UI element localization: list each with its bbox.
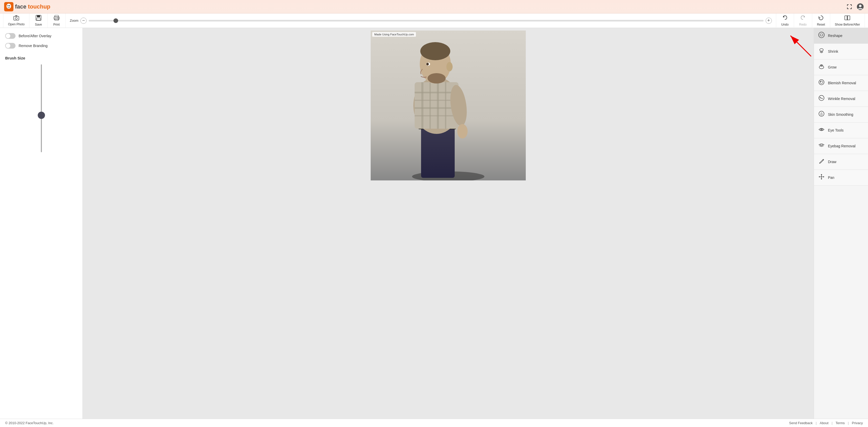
tool-pan-label: Pan	[828, 176, 834, 180]
svg-point-43	[820, 49, 823, 51]
reset-label: Reset	[817, 23, 825, 26]
logo-text-touchup: touchup	[28, 3, 51, 10]
open-photo-label: Open Photo	[8, 23, 25, 26]
tool-draw[interactable]: Draw	[814, 154, 868, 170]
svg-rect-10	[37, 15, 40, 17]
zoom-plus-button[interactable]: +	[766, 18, 772, 24]
tool-pan[interactable]: Pan	[814, 170, 868, 186]
tool-blemish-removal[interactable]: Blemish Removal	[814, 75, 868, 91]
undo-label: Undo	[781, 23, 788, 26]
show-before-after-label: Show Before/After	[835, 23, 860, 26]
svg-line-58	[823, 160, 823, 160]
svg-marker-62	[821, 174, 822, 175]
svg-rect-21	[421, 126, 455, 178]
before-after-icon	[844, 15, 850, 22]
navbar-right	[846, 3, 864, 10]
grow-icon	[818, 63, 825, 71]
user-icon	[857, 3, 864, 10]
reset-icon	[818, 15, 824, 22]
svg-line-59	[819, 163, 820, 163]
send-feedback-link[interactable]: Send Feedback	[789, 421, 813, 425]
red-arrow	[760, 28, 814, 59]
left-sidebar: Before/After Overlay Remove Branding Bru…	[0, 28, 83, 419]
save-button[interactable]: Save	[29, 13, 48, 28]
svg-point-1	[6, 4, 11, 9]
svg-point-34	[457, 124, 468, 139]
reshape-icon	[818, 32, 825, 40]
redo-button[interactable]: Redo	[794, 13, 812, 28]
print-button[interactable]: Print	[48, 13, 66, 28]
svg-point-54	[819, 111, 824, 116]
footer-copyright: © 2010-2022 FaceTouchUp, Inc.	[5, 421, 54, 425]
remove-branding-label: Remove Branding	[19, 44, 48, 48]
brush-size-label: Brush Size	[5, 56, 77, 60]
svg-point-3	[9, 5, 10, 6]
svg-marker-63	[821, 179, 822, 179]
tool-reshape[interactable]: Reshape	[814, 28, 868, 44]
pan-icon	[818, 174, 825, 182]
tool-skin-smoothing[interactable]: Skin Smoothing	[814, 107, 868, 123]
brush-slider-container	[5, 64, 77, 414]
logo[interactable]: facetouchup	[4, 2, 51, 11]
print-label: Print	[53, 23, 60, 26]
tool-shrink[interactable]: Shrink	[814, 44, 868, 59]
remove-branding-row: Remove Branding	[5, 43, 77, 49]
zoom-minus-button[interactable]: −	[81, 18, 87, 24]
svg-point-36	[420, 42, 450, 60]
show-before-after-button[interactable]: Show Before/After	[830, 13, 865, 28]
tool-wrinkle-removal-label: Wrinkle Removal	[828, 97, 855, 101]
svg-point-53	[820, 97, 821, 98]
open-photo-button[interactable]: Open Photo	[3, 13, 29, 28]
svg-rect-8	[15, 16, 17, 16]
reset-button[interactable]: Reset	[812, 13, 830, 28]
canvas-area[interactable]: Made Using FaceTouchUp.com	[83, 28, 814, 419]
fullscreen-button[interactable]	[846, 4, 852, 10]
toolbar: Open Photo Save Print Zoom − +	[0, 13, 868, 28]
navbar: facetouchup	[0, 0, 868, 13]
right-sidebar: Reshape Shrink Grow	[814, 28, 868, 419]
photo-container: Made Using FaceTouchUp.com	[371, 30, 526, 180]
zoom-area: Zoom − +	[66, 18, 776, 24]
svg-point-38	[446, 62, 453, 71]
privacy-link[interactable]: Privacy	[852, 421, 863, 425]
undo-button[interactable]: Undo	[776, 13, 794, 28]
svg-point-57	[821, 144, 823, 146]
tool-eyebag-removal[interactable]: Eyebag Removal	[814, 138, 868, 154]
zoom-slider[interactable]	[89, 20, 763, 22]
print-icon	[54, 15, 59, 22]
shrink-icon	[818, 47, 825, 56]
svg-rect-17	[847, 16, 850, 20]
brush-slider-track[interactable]	[41, 64, 42, 152]
eye-tools-icon	[818, 126, 825, 134]
remove-branding-toggle[interactable]	[5, 43, 16, 49]
blemish-removal-icon	[818, 79, 825, 87]
terms-link[interactable]: Terms	[836, 421, 845, 425]
pipe-2: |	[832, 421, 832, 425]
tool-grow-label: Grow	[828, 65, 836, 69]
tool-eyebag-removal-label: Eyebag Removal	[828, 144, 856, 148]
photo-watermark: Made Using FaceTouchUp.com	[372, 32, 416, 37]
logo-text-face: face	[15, 3, 26, 10]
save-icon	[36, 15, 41, 22]
pipe-3: |	[848, 421, 848, 425]
undo-icon	[782, 15, 788, 22]
svg-rect-11	[37, 18, 40, 20]
main-content: Before/After Overlay Remove Branding Bru…	[0, 28, 868, 419]
before-after-overlay-row: Before/After Overlay	[5, 33, 77, 39]
svg-point-2	[7, 5, 8, 6]
svg-point-56	[821, 129, 822, 130]
about-link[interactable]: About	[820, 421, 829, 425]
tool-wrinkle-removal[interactable]: Wrinkle Removal	[814, 91, 868, 107]
pipe-1: |	[816, 421, 816, 425]
eyebag-removal-icon	[818, 142, 825, 150]
zoom-slider-thumb[interactable]	[114, 18, 118, 23]
tool-grow[interactable]: Grow	[814, 59, 868, 75]
svg-point-40	[426, 63, 429, 65]
brush-slider-thumb[interactable]	[38, 112, 45, 119]
user-button[interactable]	[857, 3, 864, 10]
svg-point-51	[820, 81, 821, 82]
logo-icon	[4, 2, 13, 11]
before-after-overlay-toggle[interactable]	[5, 33, 16, 39]
tool-eye-tools[interactable]: Eye Tools	[814, 123, 868, 138]
camera-icon	[13, 15, 19, 22]
